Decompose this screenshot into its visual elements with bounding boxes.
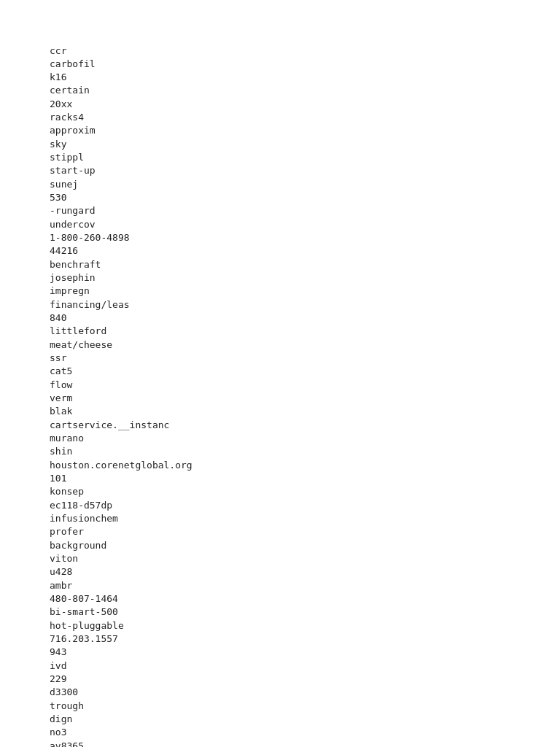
list-item: 44216 [50, 244, 510, 258]
list-item: stippl [50, 151, 510, 164]
list-item: undercov [50, 217, 510, 231]
list-item: blak [50, 405, 510, 418]
list-item: approxim [50, 124, 510, 137]
list-item: ambr [50, 578, 510, 592]
list-item: no3 [50, 726, 510, 739]
list-item: hot-pluggable [50, 619, 510, 632]
list-item: 530 [50, 191, 510, 204]
list-item: profer [50, 525, 510, 538]
list-item: cat5 [50, 365, 510, 378]
list-item: av8365 [50, 739, 510, 747]
list-item: littleford [50, 325, 510, 338]
list-item: ccr [50, 44, 510, 57]
list-item: 480-807-1464 [50, 592, 510, 605]
list-item: 229 [50, 672, 510, 685]
list-item: 1-800-260-4898 [50, 231, 510, 244]
list-item: konsep [50, 485, 510, 498]
list-item: 20xx [50, 97, 510, 110]
list-item: financing/leas [50, 298, 510, 311]
list-item: carbofil [50, 57, 510, 70]
list-item: shin [50, 445, 510, 458]
list-item: ivd [50, 659, 510, 672]
list-item: verm [50, 392, 510, 405]
list-item: ec118-d57dp [50, 498, 510, 511]
list-item: -rungard [50, 204, 510, 217]
list-item: meat/cheese [50, 338, 510, 351]
list-item: cartservice.__instanc [50, 418, 510, 431]
list-item: racks4 [50, 111, 510, 124]
list-item: u428 [50, 565, 510, 578]
list-item: sunej [50, 177, 510, 190]
list-item: infusionchem [50, 511, 510, 525]
list-item: dign [50, 712, 510, 725]
list-item: background [50, 538, 510, 551]
list-item: certain [50, 84, 510, 97]
list-item: houston.corenetglobal.org [50, 458, 510, 471]
list-item: 716.203.1557 [50, 632, 510, 645]
list-item: ssr [50, 352, 510, 365]
word-list: ccrcarbofilk16certain20xxracks4approxims… [50, 44, 510, 747]
list-item: sky [50, 137, 510, 150]
list-item: murano [50, 432, 510, 445]
list-item: 840 [50, 311, 510, 325]
list-item: k16 [50, 71, 510, 84]
list-item: d3300 [50, 686, 510, 699]
list-item: start-up [50, 164, 510, 177]
list-item: flow [50, 378, 510, 391]
list-item: josephin [50, 271, 510, 285]
list-item: bi-smart-500 [50, 605, 510, 619]
list-item: 943 [50, 646, 510, 659]
list-item: 101 [50, 472, 510, 485]
list-item: impregn [50, 285, 510, 298]
list-item: trough [50, 699, 510, 712]
list-item: benchraft [50, 258, 510, 271]
list-item: viton [50, 551, 510, 565]
